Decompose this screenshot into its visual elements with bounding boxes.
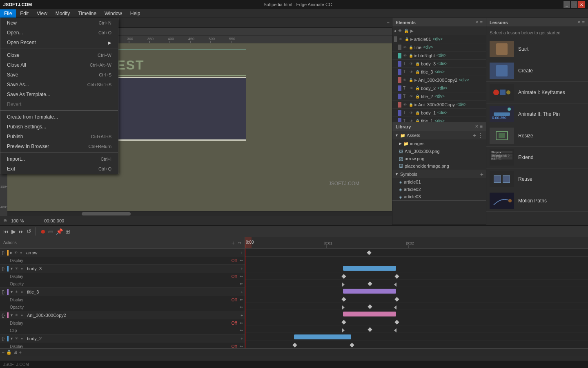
track-display-expand[interactable]: ⇔	[240, 344, 243, 348]
el-ctrl-arrow[interactable]: ▶	[410, 29, 414, 33]
menu-save[interactable]: Save Ctrl+S	[0, 70, 118, 80]
close-lessons-icon[interactable]: ✕	[577, 20, 581, 25]
lesson-item-create[interactable]: Create	[486, 60, 588, 82]
menu-timeline[interactable]: Timeline	[74, 9, 100, 18]
lesson-item-animate1[interactable]: Animate I: Keyframes	[486, 82, 588, 103]
track-add-icon[interactable]: +	[241, 251, 243, 255]
tl-go-start-button[interactable]: ⏮	[3, 228, 9, 235]
tl-go-end-button[interactable]: ⏭	[18, 228, 24, 235]
menu-modify[interactable]: Modify	[51, 9, 74, 18]
menu-save-as-template[interactable]: Save As Template...	[0, 90, 118, 99]
track-lock-icon[interactable]: ●	[21, 267, 26, 271]
add-symbol-button[interactable]: +	[480, 171, 483, 177]
lesson-item-reuse[interactable]: Reuse	[486, 168, 588, 190]
el-eye[interactable]: 👁	[403, 78, 408, 82]
element-row-line[interactable]: 👁 🔒 line <div>	[392, 43, 486, 52]
menu-help[interactable]: Help	[126, 9, 145, 18]
menu-open[interactable]: Open... Ctrl+O	[0, 28, 118, 38]
library-item-ani300[interactable]: 🖼 Ani_300x300.png	[392, 148, 486, 155]
menu-edit[interactable]: Edit	[16, 9, 33, 18]
track-display-expand[interactable]: ⇔	[240, 258, 243, 263]
tl-grid-icon[interactable]: ⊞	[13, 350, 17, 355]
el-eye[interactable]: 👁	[403, 45, 408, 49]
el-lock[interactable]: 🔒	[409, 103, 414, 107]
tl-snap-button[interactable]: ⊞	[65, 228, 70, 235]
tl-record-button[interactable]: ⏺	[40, 228, 46, 235]
lessons-panel-controls[interactable]: ✕ ≡	[577, 20, 585, 25]
el-lock[interactable]: 🔒	[415, 119, 420, 122]
el-lock[interactable]: 🔒	[415, 62, 420, 66]
element-row-title2[interactable]: T 👁 🔒 title_2 <div>	[392, 92, 486, 101]
library-item-article02[interactable]: ◈ article02	[392, 186, 486, 193]
track-eye-icon[interactable]: 👁	[14, 251, 19, 255]
el-eye[interactable]: 👁	[403, 103, 408, 107]
menu-import[interactable]: Import... Ctrl+I	[0, 154, 118, 164]
track-display-expand[interactable]: ⇔	[240, 321, 243, 325]
menu-window[interactable]: Window	[100, 9, 126, 18]
stage-hscroll-thumb[interactable]	[82, 212, 131, 215]
library-panel-controls[interactable]: ✕ ≡	[475, 124, 483, 129]
lesson-item-extend[interactable]: Stage ◂ Stage1.click ↳ Trigger @ 0 ms ↳ …	[486, 147, 588, 168]
el-eye[interactable]: 👁	[410, 94, 414, 99]
track-eye-icon[interactable]: 👁	[15, 290, 20, 294]
track-expand-icon[interactable]: {}	[2, 336, 6, 341]
el-lock[interactable]: 🔒	[409, 54, 414, 58]
track-opacity-expand[interactable]: ⇔	[240, 282, 243, 286]
tl-play-button[interactable]: ▶	[11, 228, 16, 235]
track-ani300copy2-main[interactable]: {} ▼ 👁 ● Ani_300x300Copy2 +	[0, 311, 245, 319]
menu-publish-settings[interactable]: Publish Settings...	[0, 122, 118, 132]
el-eye[interactable]: 👁	[399, 37, 404, 41]
track-body3-main[interactable]: {} ▼ 👁 ● body_3 +	[0, 265, 245, 273]
lesson-item-resize[interactable]: Resize	[486, 125, 588, 147]
menu-new[interactable]: New Ctrl+N	[0, 18, 118, 28]
el-eye[interactable]: 👁	[410, 119, 414, 122]
library-item-arrow[interactable]: 🖼 arrow.png	[392, 155, 486, 162]
el-lock[interactable]: 🔒	[415, 111, 420, 115]
timeline-keyframes[interactable]	[245, 249, 588, 348]
track-collapse-icon[interactable]: ▼	[10, 267, 13, 271]
stage-hscrollbar[interactable]	[0, 211, 392, 216]
minimize-button[interactable]: _	[564, 1, 570, 8]
el-lock[interactable]: 🔒	[415, 70, 420, 74]
track-lock-icon[interactable]: ●	[21, 290, 26, 294]
menu-view[interactable]: View	[33, 9, 51, 18]
element-row-article01[interactable]: 👁 🔒 ▶ article01 <div>	[392, 35, 486, 43]
elements-panel-controls[interactable]: ✕ ≡	[475, 20, 483, 25]
library-images-header[interactable]: ▶ 📁 images	[392, 139, 486, 148]
el-expand-icon[interactable]: ▶	[414, 103, 417, 107]
close-library-icon[interactable]: ✕	[475, 124, 479, 129]
menu-elements-icon[interactable]: ≡	[480, 20, 483, 25]
track-title3-main[interactable]: {} ▼ 👁 ● title_3 +	[0, 288, 245, 296]
menu-publish[interactable]: Publish Ctrl+Alt+S	[0, 132, 118, 141]
tab-options-icon[interactable]: ≡	[385, 20, 392, 25]
track-opacity-expand[interactable]: ⇔	[240, 305, 243, 309]
tl-zoom-minus[interactable]: −	[2, 350, 4, 355]
menu-close[interactable]: Close Ctrl+W	[0, 50, 118, 60]
el-lock[interactable]: 🔒	[405, 37, 410, 41]
menu-save-as[interactable]: Save As... Ctrl+Shift+S	[0, 80, 118, 90]
el-lock[interactable]: 🔒	[409, 78, 414, 82]
track-lock-icon[interactable]: ●	[21, 313, 26, 317]
track-collapse-icon[interactable]: ▼	[10, 337, 13, 341]
element-row-body2[interactable]: T 👁 🔒 body_2 <div>	[392, 84, 486, 92]
el-eye[interactable]: 👁	[410, 70, 414, 74]
track-add-icon[interactable]: +	[241, 290, 243, 294]
library-item-article01[interactable]: ◈ article01	[392, 178, 486, 186]
element-row-btnRight[interactable]: 👁 🔒 ▶ btnRight <div>	[392, 52, 486, 60]
el-eye[interactable]: 👁	[410, 86, 414, 90]
track-body2-main[interactable]: {} ▼ 👁 ● body_2 +	[0, 334, 245, 343]
track-expand-icon[interactable]: {}	[2, 313, 6, 318]
track-collapse-icon[interactable]: ▶	[10, 251, 13, 255]
el-lock[interactable]: 🔒	[415, 94, 420, 99]
tl-pin-button[interactable]: 📌	[56, 228, 63, 235]
track-display-expand[interactable]: ⇔	[240, 274, 243, 278]
close-button[interactable]: ✕	[578, 1, 585, 8]
element-row-ani300Copy2[interactable]: 👁 🔒 ▶ Ani_300x300Copy2 <div>	[392, 76, 486, 84]
tl-loop-button[interactable]: ↺	[27, 228, 31, 235]
track-add-icon[interactable]: +	[241, 267, 243, 271]
menu-preview-in-browser[interactable]: Preview In Browser Ctrl+Return	[0, 141, 118, 151]
menu-open-recent[interactable]: Open Recent ▶	[0, 38, 118, 47]
library-item-article03[interactable]: ◈ article03	[392, 193, 486, 200]
add-asset-button[interactable]: +	[473, 132, 476, 139]
track-eye-icon[interactable]: 👁	[15, 337, 20, 341]
